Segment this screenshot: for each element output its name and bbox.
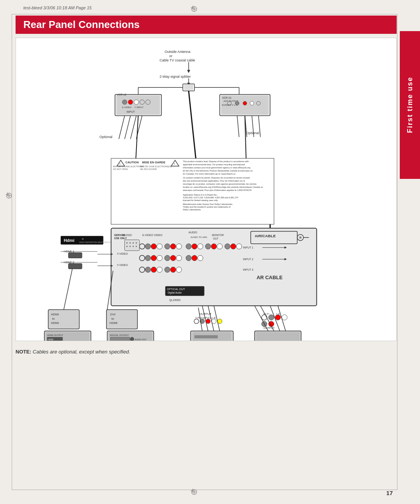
- svg-text:Cable TV coaxial cable: Cable TV coaxial cable: [159, 58, 195, 62]
- svg-text:www.epsc.ca/Canada. Pour plus : www.epsc.ca/Canada. Pour plus d'informat…: [182, 189, 252, 191]
- header-meta: test-bleed 3/3/06 10:18 AM Page 15: [23, 5, 92, 10]
- svg-rect-146: [68, 253, 82, 258]
- border-right: [397, 14, 397, 490]
- svg-text:Dolby Laboratories.: Dolby Laboratories.: [183, 208, 201, 211]
- svg-text:MISE EN GARDE: MISE EN GARDE: [142, 161, 165, 164]
- svg-point-160: [130, 246, 131, 247]
- svg-text:to: to: [52, 317, 55, 320]
- svg-point-198: [269, 315, 274, 320]
- svg-rect-207: [256, 332, 300, 341]
- note-prefix: NOTE:: [16, 349, 31, 355]
- svg-point-127: [170, 256, 176, 261]
- svg-text:USE ONLY: USE ONLY: [114, 237, 127, 240]
- border-left: [12, 14, 12, 490]
- page-container: test-bleed 3/3/06 10:18 AM Page 15 ⊕ ⊕ ⊕…: [0, 0, 420, 504]
- svg-text:Hdmi: Hdmi: [64, 238, 74, 243]
- svg-point-17: [122, 100, 127, 105]
- svg-point-135: [157, 267, 162, 272]
- svg-point-125: [157, 256, 162, 261]
- svg-point-133: [145, 267, 150, 272]
- diagram-area: Outside Antenna or Cable TV coaxial cabl…: [16, 38, 397, 341]
- svg-text:to: to: [112, 317, 114, 320]
- border-bottom: [12, 490, 397, 490]
- svg-text:Y  INPUT: Y INPUT: [134, 106, 144, 108]
- svg-text:L      R: L R: [276, 313, 280, 315]
- svg-point-130: [192, 256, 197, 261]
- svg-text:INPUT 2: INPUT 2: [243, 258, 254, 261]
- svg-text:Ce produit contient du plomb. : Ce produit contient du plomb. Disposez d…: [183, 177, 250, 179]
- svg-point-114: [192, 244, 197, 249]
- svg-rect-10: [184, 85, 193, 90]
- svg-text:QL29363: QL29363: [169, 299, 180, 302]
- svg-text:Y-VIDEO: Y-VIDEO: [117, 252, 128, 255]
- svg-text:4,631,603; 4,577,216; 4,819,09: 4,631,603; 4,577,216; 4,819,098; 4,907,0…: [183, 196, 238, 199]
- svg-point-33: [243, 102, 247, 105]
- svg-point-83: [299, 236, 301, 239]
- svg-text:!: !: [174, 162, 175, 166]
- page-title: Rear Panel Connections: [16, 16, 397, 34]
- svg-text:HDMI: HDMI: [110, 321, 117, 325]
- svg-point-111: [170, 244, 176, 249]
- svg-text:Digital Audio: Digital Audio: [168, 291, 182, 294]
- svg-point-109: [157, 244, 162, 249]
- svg-text:Optional: Optional: [246, 131, 259, 135]
- svg-point-128: [176, 256, 182, 261]
- svg-text:HDMI OUTPUT: HDMI OUTPUT: [47, 334, 63, 336]
- svg-point-124: [151, 256, 156, 261]
- svg-point-107: [145, 244, 150, 249]
- page-number: 17: [386, 490, 393, 496]
- svg-rect-154: [125, 240, 140, 251]
- svg-text:NE PAS OUVRIR: NE PAS OUVRIR: [140, 168, 156, 170]
- svg-point-129: [186, 256, 191, 261]
- svg-text:Y-VIDEO: Y-VIDEO: [117, 264, 128, 266]
- sidebar-first-time-use: First time use: [400, 31, 420, 179]
- svg-point-34: [250, 102, 254, 105]
- svg-text:MAY BE IN CASE ELECTRONIC: MAY BE IN CASE ELECTRONIC: [113, 165, 144, 168]
- svg-rect-181: [110, 337, 130, 341]
- svg-point-113: [186, 244, 191, 249]
- svg-point-131: [198, 256, 203, 261]
- svg-point-120: [231, 244, 236, 249]
- svg-point-126: [164, 256, 170, 261]
- svg-text:Outside  Antenna: Outside Antenna: [164, 50, 190, 54]
- svg-text:applicable environmental laws.: applicable environmental laws. For produ…: [183, 163, 245, 166]
- svg-point-162: [136, 246, 137, 247]
- svg-point-118: [217, 244, 222, 249]
- svg-text:S-VIDEO: S-VIDEO: [122, 106, 132, 108]
- svg-point-123: [145, 256, 150, 261]
- svg-point-112: [176, 244, 182, 249]
- svg-point-157: [133, 242, 134, 243]
- svg-text:information,contact your local: information,contact your local governmen…: [183, 166, 250, 169]
- svg-point-117: [211, 244, 217, 249]
- svg-point-158: [136, 242, 137, 243]
- svg-text:OPTICAL OUT: OPTICAL OUT: [167, 288, 185, 290]
- svg-text:®: ®: [82, 238, 84, 240]
- svg-rect-16: [117, 96, 160, 115]
- svg-text:locales ou: www.eRecycle.org (: locales ou: www.eRecycle.org (US)/Recycl…: [183, 186, 263, 188]
- svg-text:recyclage de ce produit, conta: recyclage de ce produit, contactez votre…: [183, 183, 257, 185]
- svg-point-200: [282, 315, 287, 320]
- svg-text:RS232C: RS232C: [122, 234, 132, 236]
- svg-point-137: [170, 267, 176, 272]
- svg-text:2-Way signal splitter: 2-Way signal splitter: [159, 75, 191, 79]
- svg-rect-151: [68, 264, 82, 269]
- svg-text:AUDIO OUT: AUDIO OUT: [135, 338, 147, 341]
- svg-text:AIR/CABLE: AIR/CABLE: [255, 234, 276, 238]
- svg-text:DVI: DVI: [110, 313, 116, 316]
- svg-text:licensed for limited viewing u: licensed for limited viewing uses only.: [183, 199, 218, 201]
- svg-point-156: [130, 242, 131, 243]
- svg-text:or: or: [169, 54, 172, 58]
- svg-point-108: [151, 244, 156, 249]
- svg-point-134: [151, 267, 156, 272]
- note-text: Cables are optional, except when specifi…: [31, 349, 130, 355]
- svg-text:HDMI: HDMI: [51, 313, 59, 316]
- svg-point-199: [275, 315, 281, 320]
- svg-text:MAY DE CASE ELECTRONIQUE: MAY DE CASE ELECTRONIQUE: [140, 165, 172, 168]
- svg-text:DIGITAL OUTPUT: DIGITAL OUTPUT: [110, 334, 129, 336]
- svg-text:AUDIO TO H/PL: AUDIO TO H/PL: [191, 236, 208, 238]
- svg-point-32: [235, 102, 239, 105]
- svg-text:Optional: Optional: [100, 135, 112, 139]
- svg-text:HDMI: HDMI: [48, 338, 53, 341]
- svg-point-138: [176, 267, 182, 272]
- svg-text:AR CABLE: AR CABLE: [257, 275, 283, 280]
